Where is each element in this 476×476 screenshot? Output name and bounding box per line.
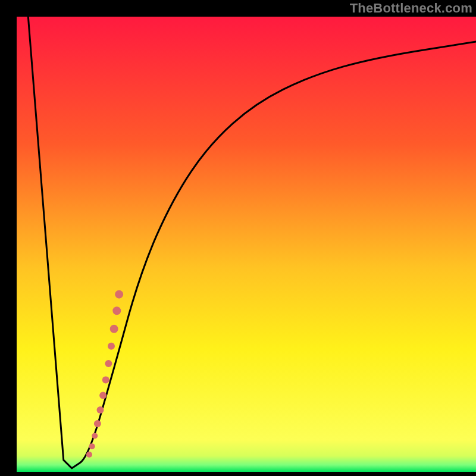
chart-svg [0, 0, 476, 476]
bottleneck-point [105, 360, 112, 367]
bottleneck-point [89, 443, 95, 449]
bottleneck-point [115, 290, 123, 299]
attribution-label: TheBottleneck.com [350, 1, 472, 16]
chart-container: TheBottleneck.com [0, 0, 476, 476]
bottleneck-point [99, 392, 107, 399]
bottleneck-point [102, 376, 109, 383]
gradient-background [17, 17, 476, 472]
bottleneck-point [94, 420, 101, 427]
bottleneck-point [110, 325, 118, 333]
bottleneck-point [108, 343, 115, 350]
bottleneck-point [92, 433, 98, 439]
bottleneck-point [97, 406, 104, 414]
bottleneck-point [86, 452, 92, 458]
bottleneck-point [112, 306, 121, 315]
